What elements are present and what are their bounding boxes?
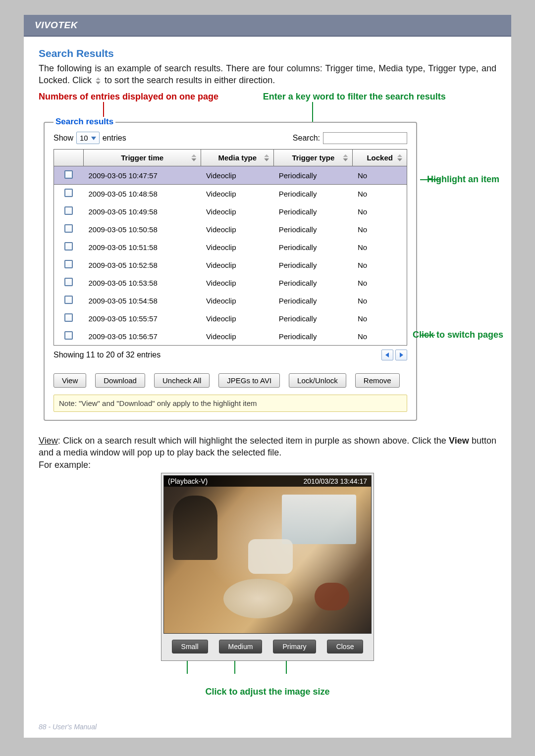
cell-locked: No	[353, 292, 407, 309]
chevron-down-icon	[91, 136, 96, 141]
cell-media-type: Videoclip	[201, 202, 274, 220]
table-row[interactable]: 2009-03-05 10:49:58VideoclipPeriodically…	[54, 202, 407, 220]
row-checkbox[interactable]	[64, 189, 73, 197]
decor-shape	[223, 579, 293, 618]
uncheck-all-button[interactable]: Uncheck All	[154, 373, 210, 388]
table-row[interactable]: 2009-03-05 10:55:57VideoclipPeriodically…	[54, 309, 407, 327]
cell-media-type: Videoclip	[201, 292, 274, 309]
cell-trigger-type: Periodically	[274, 202, 353, 220]
cell-trigger-time: 2009-03-05 10:49:58	[84, 202, 201, 220]
pager	[381, 350, 407, 360]
row-checkbox[interactable]	[64, 331, 73, 340]
playback-window: (Playback-V) 2010/03/23 13:44:17 Small M…	[161, 473, 374, 661]
show-label: Show	[54, 134, 73, 143]
col-checkbox[interactable]	[54, 150, 84, 166]
showing-text: Showing 11 to 20 of 32 entries	[54, 351, 160, 359]
col-locked[interactable]: Locked	[353, 150, 407, 166]
annotation-adjust-size: Click to adjust the image size	[39, 687, 496, 697]
cell-media-type: Videoclip	[201, 238, 274, 256]
cell-locked: No	[353, 327, 407, 346]
cell-media-type: Videoclip	[201, 256, 274, 274]
col-media-type[interactable]: Media type	[201, 150, 274, 166]
brand-label: VIVOTEK	[35, 20, 78, 30]
cell-trigger-type: Periodically	[274, 327, 353, 346]
search-input[interactable]	[323, 132, 407, 144]
cell-trigger-time: 2009-03-05 10:51:58	[84, 238, 201, 256]
row-checkbox[interactable]	[64, 206, 73, 215]
download-button[interactable]: Download	[95, 373, 145, 388]
table-row[interactable]: 2009-03-05 10:50:58VideoclipPeriodically…	[54, 220, 407, 238]
cell-trigger-type: Periodically	[274, 274, 353, 292]
annotation-line	[420, 179, 441, 180]
table-row[interactable]: 2009-03-05 10:52:58VideoclipPeriodically…	[54, 256, 407, 274]
view-description: View: Click on a search result which wil…	[39, 435, 496, 471]
annotation-line	[312, 102, 313, 122]
annotation-line	[234, 661, 235, 674]
decor-shape	[173, 496, 217, 560]
annotation-filter: Enter a key word to filter the search re…	[263, 92, 496, 102]
row-checkbox[interactable]	[64, 313, 73, 322]
size-primary-button[interactable]: Primary	[273, 640, 316, 654]
search-label: Search:	[293, 134, 320, 143]
row-checkbox[interactable]	[64, 170, 73, 179]
cell-locked: No	[353, 256, 407, 274]
cell-trigger-time: 2009-03-05 10:56:57	[84, 327, 201, 346]
decor-shape	[282, 495, 356, 544]
row-checkbox[interactable]	[64, 224, 73, 233]
cell-trigger-time: 2009-03-05 10:52:58	[84, 256, 201, 274]
cell-trigger-type: Periodically	[274, 220, 353, 238]
video-frame: (Playback-V) 2010/03/23 13:44:17	[163, 475, 372, 634]
cell-media-type: Videoclip	[201, 274, 274, 292]
cell-trigger-type: Periodically	[274, 185, 353, 203]
intro-b: to sort the search results in either dir…	[105, 75, 275, 85]
intro-text: The following is an example of search re…	[39, 62, 496, 87]
sort-icon	[264, 154, 269, 161]
row-checkbox[interactable]	[64, 278, 73, 286]
table-row[interactable]: 2009-03-05 10:51:58VideoclipPeriodically…	[54, 238, 407, 256]
annotation-entries: Numbers of entries displayed on one page	[39, 92, 263, 102]
annotation-line	[286, 661, 287, 674]
row-checkbox[interactable]	[64, 260, 73, 268]
cell-trigger-time: 2009-03-05 10:50:58	[84, 220, 201, 238]
cell-trigger-time: 2009-03-05 10:55:57	[84, 309, 201, 327]
row-checkbox[interactable]	[64, 296, 73, 304]
svg-marker-0	[91, 137, 96, 140]
col-trigger-time[interactable]: Trigger time	[84, 150, 201, 166]
size-medium-button[interactable]: Medium	[219, 640, 263, 654]
cell-media-type: Videoclip	[201, 220, 274, 238]
cell-locked: No	[353, 166, 407, 185]
col-trigger-type[interactable]: Trigger type	[274, 150, 353, 166]
sort-icon	[343, 154, 348, 161]
close-button[interactable]: Close	[327, 640, 364, 654]
cell-locked: No	[353, 238, 407, 256]
entries-value: 10	[80, 134, 88, 142]
cell-media-type: Videoclip	[201, 166, 274, 185]
example-label: For example:	[39, 460, 91, 470]
lock-unlock-button[interactable]: Lock/Unlock	[289, 373, 346, 388]
table-row[interactable]: 2009-03-05 10:56:57VideoclipPeriodically…	[54, 327, 407, 346]
cell-locked: No	[353, 185, 407, 203]
playback-title: (Playback-V)	[168, 477, 208, 485]
entries-select[interactable]: 10	[76, 132, 100, 144]
cell-trigger-type: Periodically	[274, 238, 353, 256]
remove-button[interactable]: Remove	[355, 373, 400, 388]
cell-locked: No	[353, 309, 407, 327]
search-results-panel: Search results Show 10 entries	[44, 122, 417, 421]
page-header: VIVOTEK	[24, 15, 511, 37]
table-row[interactable]: 2009-03-05 10:53:58VideoclipPeriodically…	[54, 274, 407, 292]
row-checkbox[interactable]	[64, 242, 73, 251]
cell-locked: No	[353, 274, 407, 292]
annotation-line	[187, 661, 188, 674]
table-row[interactable]: 2009-03-05 10:48:58VideoclipPeriodically…	[54, 185, 407, 203]
next-page-button[interactable]	[395, 350, 407, 360]
size-small-button[interactable]: Small	[172, 640, 208, 654]
playback-timestamp: 2010/03/23 13:44:17	[304, 477, 367, 485]
svg-marker-1	[385, 353, 389, 357]
jpegs-to-avi-button[interactable]: JPEGs to AVI	[218, 373, 280, 388]
table-row[interactable]: 2009-03-05 10:47:57VideoclipPeriodically…	[54, 166, 407, 185]
table-row[interactable]: 2009-03-05 10:54:58VideoclipPeriodically…	[54, 292, 407, 309]
cell-trigger-time: 2009-03-05 10:47:57	[84, 166, 201, 185]
prev-page-button[interactable]	[381, 350, 393, 360]
view-button[interactable]: View	[54, 373, 86, 388]
section-title: Search Results	[39, 48, 496, 59]
